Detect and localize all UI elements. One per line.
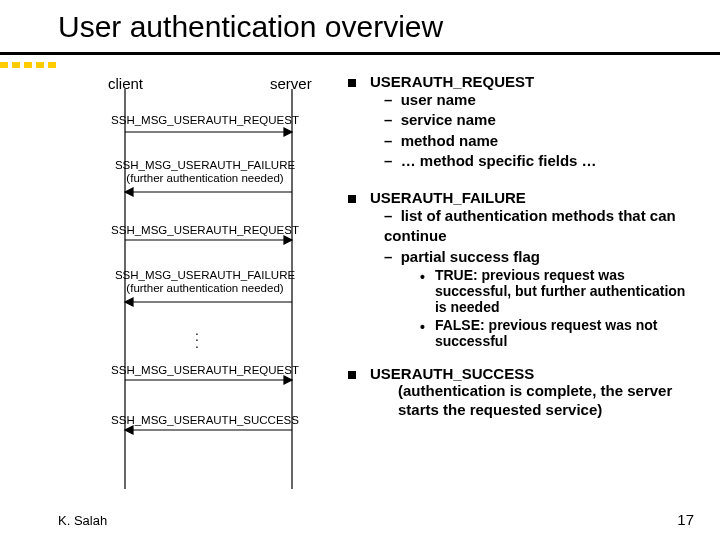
msg-failure-1: SSH_MSG_USERAUTH_FAILURE (further authen… bbox=[105, 159, 305, 185]
item: partial success flag bbox=[384, 247, 690, 267]
failure-items: list of authentication methods that can … bbox=[384, 206, 690, 267]
flag-false: FALSE: previous request was not successf… bbox=[435, 317, 690, 349]
svg-marker-3 bbox=[284, 128, 292, 136]
explanation-panel: USERAUTH_REQUEST user name service name … bbox=[340, 59, 720, 423]
item: user name bbox=[384, 90, 690, 110]
heading-request: USERAUTH_REQUEST bbox=[370, 73, 534, 90]
footer-author: K. Salah bbox=[58, 513, 107, 528]
bullet-icon bbox=[348, 195, 356, 203]
success-note: (authentication is complete, the server … bbox=[398, 382, 690, 420]
item: service name bbox=[384, 110, 690, 130]
sequence-lines bbox=[0, 89, 340, 519]
svg-marker-9 bbox=[125, 298, 133, 306]
heading-failure: USERAUTH_FAILURE bbox=[370, 189, 526, 206]
dot-icon: • bbox=[420, 269, 425, 315]
bullet-icon bbox=[348, 371, 356, 379]
bullet-icon bbox=[348, 79, 356, 87]
block-failure: USERAUTH_FAILURE list of authentication … bbox=[348, 189, 690, 349]
ellipsis: ... bbox=[195, 327, 199, 346]
item: list of authentication methods that can … bbox=[384, 206, 690, 247]
title-underline bbox=[0, 52, 720, 55]
msg-text: SSH_MSG_USERAUTH_FAILURE bbox=[115, 269, 295, 281]
msg-text: SSH_MSG_USERAUTH_FAILURE bbox=[115, 159, 295, 171]
heading-success: USERAUTH_SUCCESS bbox=[370, 365, 534, 382]
request-items: user name service name method name … met… bbox=[384, 90, 690, 171]
msg-sub: (further authentication needed) bbox=[126, 282, 283, 294]
item: … method specific fields … bbox=[384, 151, 690, 171]
block-request: USERAUTH_REQUEST user name service name … bbox=[348, 73, 690, 171]
page-number: 17 bbox=[677, 511, 694, 528]
svg-marker-5 bbox=[125, 188, 133, 196]
msg-request-1: SSH_MSG_USERAUTH_REQUEST bbox=[105, 114, 305, 127]
flag-true: TRUE: previous request was successful, b… bbox=[435, 267, 690, 315]
item: method name bbox=[384, 131, 690, 151]
sequence-diagram: client server SSH_MSG_USERAUTH_REQUEST S… bbox=[0, 59, 340, 423]
msg-request-n: SSH_MSG_USERAUTH_REQUEST bbox=[105, 364, 305, 377]
msg-request-2: SSH_MSG_USERAUTH_REQUEST bbox=[105, 224, 305, 237]
failure-flags: • TRUE: previous request was successful,… bbox=[420, 267, 690, 349]
msg-failure-2: SSH_MSG_USERAUTH_FAILURE (further authen… bbox=[105, 269, 305, 295]
msg-success: SSH_MSG_USERAUTH_SUCCESS bbox=[105, 414, 305, 427]
msg-sub: (further authentication needed) bbox=[126, 172, 283, 184]
block-success: USERAUTH_SUCCESS (authentication is comp… bbox=[348, 365, 690, 420]
dot-icon: • bbox=[420, 319, 425, 349]
page-title: User authentication overview bbox=[0, 0, 720, 52]
